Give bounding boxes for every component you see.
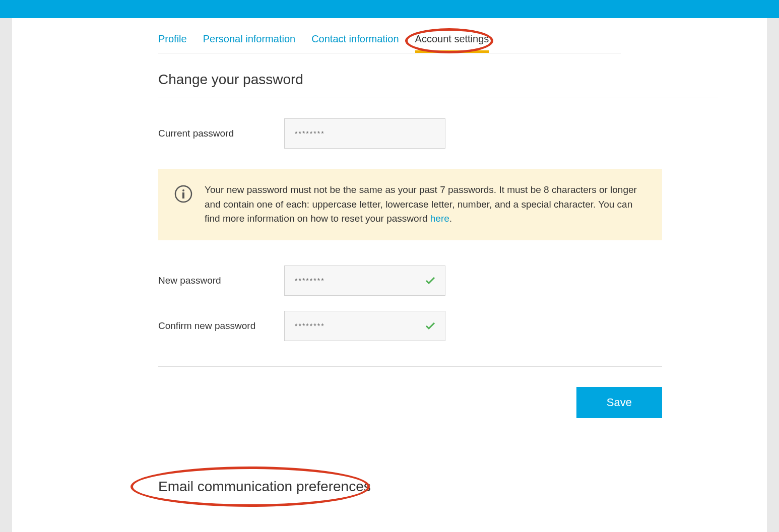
new-password-input[interactable] bbox=[284, 265, 445, 296]
label-confirm-password: Confirm new password bbox=[158, 320, 284, 331]
info-icon bbox=[174, 185, 192, 203]
tab-account-settings[interactable]: Account settings bbox=[415, 33, 489, 45]
info-text-after: . bbox=[449, 213, 452, 224]
row-current-password: Current password bbox=[158, 118, 621, 149]
info-box: Your new password must not be the same a… bbox=[158, 169, 662, 240]
content-wrapper: Profile Personal information Contact inf… bbox=[12, 18, 767, 532]
input-wrapper-new bbox=[284, 265, 445, 296]
input-wrapper-current bbox=[284, 118, 445, 149]
svg-point-1 bbox=[182, 189, 184, 191]
page-title: Change your password bbox=[158, 72, 621, 88]
save-section: Save bbox=[158, 366, 662, 418]
tab-account-settings-label: Account settings bbox=[415, 33, 489, 44]
email-section-heading-wrapper: Email communication preferences bbox=[158, 479, 371, 495]
tab-underline bbox=[415, 50, 489, 53]
label-current-password: Current password bbox=[158, 128, 284, 139]
checkmark-icon bbox=[424, 275, 436, 287]
row-new-password: New password bbox=[158, 265, 621, 296]
email-section-heading: Email communication preferences bbox=[158, 479, 371, 495]
tab-contact-information[interactable]: Contact information bbox=[311, 33, 399, 45]
outer-container: Profile Personal information Contact inf… bbox=[0, 18, 779, 532]
info-text-before: Your new password must not be the same a… bbox=[205, 184, 637, 224]
tab-profile[interactable]: Profile bbox=[158, 33, 187, 45]
row-confirm-password: Confirm new password bbox=[158, 311, 621, 341]
top-bar bbox=[0, 0, 779, 18]
section-divider bbox=[158, 98, 718, 98]
info-link-here[interactable]: here bbox=[430, 213, 449, 224]
save-button[interactable]: Save bbox=[576, 387, 662, 418]
confirm-password-input[interactable] bbox=[284, 311, 445, 341]
tab-personal-information[interactable]: Personal information bbox=[203, 33, 295, 45]
checkmark-icon bbox=[424, 320, 436, 332]
info-text: Your new password must not be the same a… bbox=[205, 183, 646, 226]
label-new-password: New password bbox=[158, 275, 284, 286]
input-wrapper-confirm bbox=[284, 311, 445, 341]
tabs-nav: Profile Personal information Contact inf… bbox=[158, 33, 621, 53]
svg-rect-2 bbox=[182, 192, 184, 198]
current-password-input[interactable] bbox=[284, 118, 445, 149]
